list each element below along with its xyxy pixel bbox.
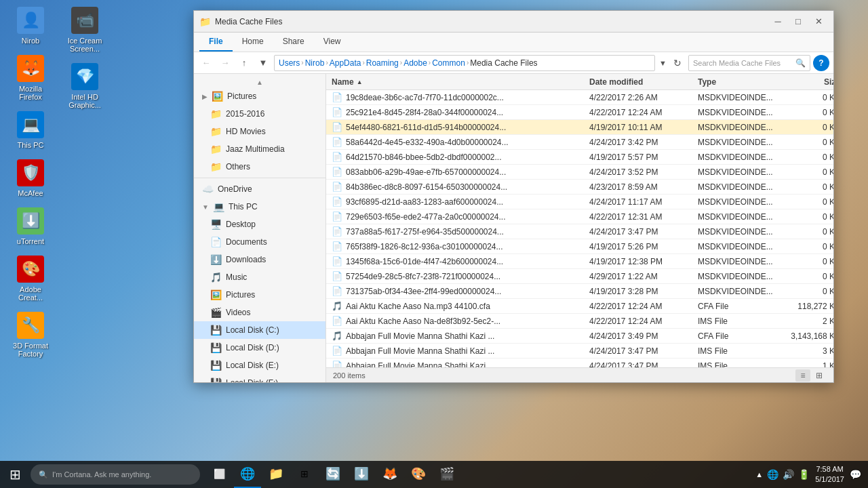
column-type[interactable]: Type	[698, 77, 786, 87]
start-button[interactable]: ⊞	[0, 461, 31, 488]
taskbar-photoshop[interactable]: 🎨	[405, 461, 432, 488]
table-row[interactable]: 📄 Aai Aktu Kache Aaso Na-de8f3b92-5ec2-.…	[326, 314, 833, 329]
breadcrumb-nirob[interactable]: Nirob	[305, 58, 325, 68]
table-row[interactable]: 📄 731375ab-0f34-43ee-2ff4-99ed00000024..…	[326, 284, 833, 299]
file-size: 0 KB	[786, 182, 833, 192]
table-row[interactable]: 🎵 Aai Aktu Kache Aaso Na.mp3 44100.cfa 4…	[326, 299, 833, 314]
table-row[interactable]: 📄 19c8deae-3b6c-ac7d-7f70-11dc0000002c..…	[326, 90, 833, 105]
maximize-button[interactable]: □	[789, 15, 808, 28]
grid-view-button[interactable]: ⊞	[812, 369, 827, 382]
table-row[interactable]: 📄 93cf6895-d21d-aa83-1283-aaf600000024..…	[326, 195, 833, 209]
file-name: 765f38f9-1826-8c12-936a-c30100000024...	[346, 242, 503, 251]
table-row[interactable]: 🎵 Abbajan Full Movie Manna Shathi Kazi .…	[326, 329, 833, 344]
sidebar-item-downloads[interactable]: ⬇️ Downloads	[194, 251, 326, 268]
table-row[interactable]: 📄 Abbajan Full Movie Manna Shathi Kazi .…	[326, 344, 833, 359]
table-row[interactable]: 📄 57254de9-28c5-8fc7-23f8-721f00000024..…	[326, 269, 833, 284]
sidebar-item-local-disk-c[interactable]: 💾 Local Disk (C:)	[194, 321, 326, 339]
folder-icon: 📁	[210, 126, 222, 137]
file-size: 0 KB	[786, 197, 833, 207]
sidebar-item-documents[interactable]: 📄 Documents	[194, 233, 326, 251]
sidebar-item-local-disk-e[interactable]: 💾 Local Disk (E:)	[194, 357, 326, 374]
help-button[interactable]: ?	[813, 55, 829, 71]
taskbar-task-view[interactable]: ⬜	[205, 461, 233, 488]
tray-up-arrow[interactable]: ▲	[755, 470, 763, 479]
sidebar-item-pictures[interactable]: ▶ 🖼️ Pictures	[194, 87, 326, 105]
table-row[interactable]: 📄 54ef4480-6821-611d-d1d5-914b00000024..…	[326, 120, 833, 135]
back-button[interactable]: ←	[198, 55, 214, 71]
forward-button[interactable]: →	[217, 55, 233, 71]
table-row[interactable]: 📄 1345f68a-15c6-01de-4f47-42b600000024..…	[326, 254, 833, 269]
up-button[interactable]: ↑	[236, 55, 252, 71]
close-button[interactable]: ✕	[809, 15, 828, 28]
taskbar-app6[interactable]: ⬇️	[348, 461, 375, 488]
taskbar-firefox[interactable]: 🦊	[376, 461, 403, 488]
column-size[interactable]: Size	[786, 77, 833, 87]
tab-home[interactable]: Home	[233, 33, 273, 52]
file-type: MSDKVIDEOINDE...	[698, 167, 786, 177]
taskbar-edge[interactable]: 🌐	[234, 461, 261, 488]
table-row[interactable]: 📄 729e6503-f65e-ede2-477a-2a0c00000024..…	[326, 209, 833, 224]
table-row[interactable]: 📄 25c921e4-8d45-28f4-28a0-344f00000024..…	[326, 105, 833, 120]
breadcrumb-roaming[interactable]: Roaming	[366, 58, 399, 68]
sidebar-scroll-up[interactable]: ▲	[194, 77, 326, 87]
desktop-icon-intel[interactable]: 💎 Intel HD Graphic...	[61, 63, 108, 109]
tray-volume-icon[interactable]: 🔊	[783, 469, 794, 480]
refresh-button[interactable]: ↻	[669, 55, 686, 71]
sidebar-item-2015-2016[interactable]: 📁 2015-2016	[194, 105, 326, 123]
taskbar-search[interactable]: 🔍 I'm Cortana. Ask me anything.	[31, 464, 200, 485]
file-name: Abbajan Full Movie Manna Shathi Kazi ...	[346, 361, 494, 368]
table-row[interactable]: 📄 64d21570-b846-bbee-5db2-dbdf0000002...…	[326, 150, 833, 165]
sidebar-item-videos[interactable]: 🎬 Videos	[194, 304, 326, 321]
sidebar-item-jaaz[interactable]: 📁 Jaaz Multimedia	[194, 140, 326, 158]
table-row[interactable]: 📄 58a6442d-4e45-e332-490a-4d0b00000024..…	[326, 135, 833, 150]
file-name: 25c921e4-8d45-28f4-28a0-344f00000024...	[346, 108, 503, 117]
sidebar-item-local-disk-d[interactable]: 💾 Local Disk (D:)	[194, 339, 326, 357]
column-date[interactable]: Date modified	[589, 77, 698, 87]
taskbar-premiere[interactable]: 🎬	[433, 461, 460, 488]
desktop-icon-firefox[interactable]: 🦊 Mozilla Firefox	[7, 55, 54, 101]
desktop-icon-3d-format[interactable]: 🔧 3D Format Factory	[7, 312, 54, 358]
desktop-icon-utorrent[interactable]: ⬇️ uTorrent	[7, 207, 54, 245]
taskbar-store[interactable]: ⊞	[291, 461, 318, 488]
desktop-icon-icecream[interactable]: 📹 Ice Cream Screen...	[61, 7, 108, 53]
sidebar-item-local-disk-f[interactable]: 💾 Local Disk (F:)	[194, 374, 326, 382]
sidebar-item-this-pc[interactable]: ▼ 💻 This PC	[194, 198, 326, 216]
desktop-icon-adobe[interactable]: 🎨 Adobe Creat...	[7, 256, 54, 302]
sidebar-item-pictures2[interactable]: 🖼️ Pictures	[194, 286, 326, 304]
recent-button[interactable]: ▼	[255, 55, 271, 71]
tray-notification[interactable]: 💬	[850, 469, 861, 480]
breadcrumb-appdata[interactable]: AppData	[330, 58, 361, 68]
file-type: MSDKVIDEOINDE...	[698, 242, 786, 251]
taskbar-file-explorer[interactable]: 📁	[262, 461, 290, 488]
breadcrumb-bar[interactable]: Users › Nirob › AppData › Roaming › Adob…	[274, 55, 655, 71]
sidebar-item-others[interactable]: 📁 Others	[194, 158, 326, 176]
sidebar-item-onedrive[interactable]: ☁️ OneDrive	[194, 180, 326, 198]
taskbar-app5[interactable]: 🔄	[319, 461, 347, 488]
table-row[interactable]: 📄 083abb06-a29b-49ae-e7fb-657000000024..…	[326, 165, 833, 180]
tab-share[interactable]: Share	[273, 33, 314, 52]
minimize-button[interactable]: ─	[768, 15, 787, 28]
search-bar[interactable]: Search Media Cache Files 🔍	[688, 55, 810, 71]
table-row[interactable]: 📄 84b386ec-d8c8-8097-6154-650300000024..…	[326, 180, 833, 195]
address-dropdown[interactable]: ▼	[659, 59, 667, 67]
table-row[interactable]: 📄 765f38f9-1826-8c12-936a-c30100000024..…	[326, 239, 833, 254]
breadcrumb-adobe[interactable]: Adobe	[403, 58, 427, 68]
sidebar-item-desktop[interactable]: 🖥️ Desktop	[194, 216, 326, 233]
desktop-icon-this-pc[interactable]: 💻 This PC	[7, 111, 54, 149]
breadcrumb-common[interactable]: Common	[432, 58, 465, 68]
file-type: IMS File	[698, 317, 786, 326]
breadcrumb-users[interactable]: Users	[279, 58, 300, 68]
file-name-cell: 📄 93cf6895-d21d-aa83-1283-aaf600000024..…	[332, 197, 589, 207]
tab-view[interactable]: View	[314, 33, 351, 52]
sidebar-item-hd-movies[interactable]: 📁 HD Movies	[194, 123, 326, 140]
table-row[interactable]: 📄 Abbajan Full Movie Manna Shathi Kazi .…	[326, 359, 833, 367]
list-view-button[interactable]: ≡	[795, 369, 810, 382]
desktop-icon-nirob[interactable]: 👤 Nirob	[7, 7, 54, 45]
desktop-icon-mcafee[interactable]: 🛡️ McAfee	[7, 159, 54, 197]
tray-clock[interactable]: 7:58 AM 5/1/2017	[815, 464, 844, 485]
table-row[interactable]: 📄 737a88a5-f617-275f-e964-35d500000024..…	[326, 224, 833, 239]
column-name[interactable]: Name ▲	[332, 77, 589, 87]
sidebar-item-music[interactable]: 🎵 Music	[194, 268, 326, 286]
tab-file[interactable]: File	[199, 33, 233, 52]
file-date: 4/19/2017 12:38 PM	[589, 257, 698, 266]
